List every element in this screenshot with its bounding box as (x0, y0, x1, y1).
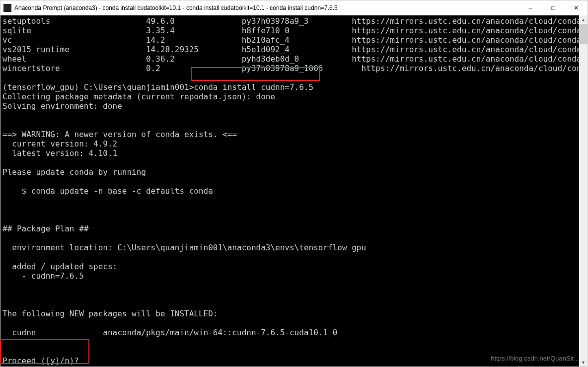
vertical-scrollbar[interactable]: ▲ ▼ (579, 15, 588, 367)
window-title: Anaconda Prompt (anaconda3) - conda inst… (14, 4, 338, 11)
close-button[interactable]: ✕ (565, 0, 588, 15)
titlebar[interactable]: Anaconda Prompt (anaconda3) - conda inst… (0, 0, 588, 15)
terminal-window: Anaconda Prompt (anaconda3) - conda inst… (0, 0, 588, 367)
maximize-button[interactable]: □ (542, 0, 565, 15)
terminal-output[interactable]: setuptools 49.6.0 py37h03978a9_3 https:/… (0, 15, 579, 367)
app-icon (3, 4, 11, 12)
client-area: setuptools 49.6.0 py37h03978a9_3 https:/… (0, 15, 588, 367)
scroll-up-arrow-icon[interactable]: ▲ (579, 15, 588, 24)
scroll-thumb[interactable] (579, 24, 588, 44)
minimize-button[interactable]: – (519, 0, 542, 15)
scroll-down-arrow-icon[interactable]: ▼ (579, 358, 588, 367)
